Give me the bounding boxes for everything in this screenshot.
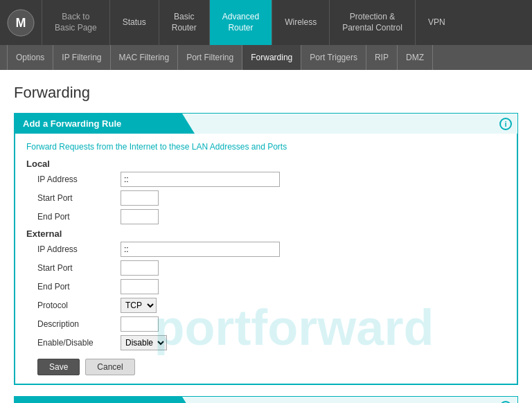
- external-ip-label: IP Address: [37, 244, 121, 254]
- local-end-port-row: End Port: [26, 209, 506, 224]
- save-button[interactable]: Save: [37, 359, 80, 375]
- add-forwarding-rule-panel: Add a Forwarding Rule i Forward Requests…: [14, 113, 518, 385]
- svg-text:M: M: [16, 16, 26, 30]
- description-row: Description: [26, 316, 506, 332]
- local-ip-row: IP Address: [26, 172, 506, 187]
- local-ip-input[interactable]: [121, 172, 280, 187]
- forwarding-rules-info-icon[interactable]: i: [499, 401, 512, 404]
- external-end-port-row: End Port: [26, 279, 506, 294]
- enable-disable-label: Enable/Disable: [37, 338, 121, 348]
- subnav-options[interactable]: Options: [7, 45, 53, 70]
- subnav-mac-filtering[interactable]: MAC Filtering: [111, 45, 179, 70]
- motorola-logo: M: [7, 9, 35, 37]
- nav-advanced-router[interactable]: Advanced Router: [209, 0, 272, 45]
- protocol-label: Protocol: [37, 301, 121, 310]
- local-start-port-input[interactable]: [121, 190, 159, 206]
- logo-area: M: [0, 0, 42, 45]
- local-section-label: Local: [26, 159, 506, 169]
- forwarding-rules-panel: Forwarding Rules Added i Clear All Forwa…: [14, 396, 518, 403]
- local-ip-label: IP Address: [37, 174, 121, 184]
- nav-vpn[interactable]: VPN: [415, 0, 458, 45]
- external-end-port-input[interactable]: [121, 279, 159, 294]
- subnav-forwarding[interactable]: Forwarding: [242, 45, 301, 70]
- form-button-row: Save Cancel: [26, 359, 506, 375]
- external-end-port-label: End Port: [37, 282, 121, 292]
- subnav-rip[interactable]: RIP: [366, 45, 398, 70]
- external-ip-input[interactable]: [121, 242, 280, 257]
- nav-basic-router[interactable]: Basic Router: [159, 0, 209, 45]
- description-input[interactable]: [121, 316, 159, 332]
- page-content: Forwarding Add a Forwarding Rule i Forwa…: [0, 70, 532, 403]
- top-navigation: M Back to Basic Page Status Basic Router…: [0, 0, 532, 45]
- nav-back-to-basic[interactable]: Back to Basic Page: [42, 0, 109, 45]
- cancel-button[interactable]: Cancel: [85, 359, 134, 375]
- external-section-label: External: [26, 229, 506, 239]
- add-rule-panel-body: Forward Requests from the Internet to th…: [15, 134, 517, 384]
- protocol-select[interactable]: TCP UDP Both: [121, 298, 157, 313]
- external-start-port-label: Start Port: [37, 263, 121, 273]
- subnav-port-triggers[interactable]: Port Triggers: [301, 45, 366, 70]
- description-label: Description: [37, 319, 121, 329]
- sub-navigation: Options IP Filtering MAC Filtering Port …: [0, 45, 532, 70]
- local-end-port-input[interactable]: [121, 209, 159, 224]
- nav-status[interactable]: Status: [109, 0, 159, 45]
- external-ip-row: IP Address: [26, 242, 506, 257]
- external-start-port-row: Start Port: [26, 260, 506, 276]
- local-start-port-row: Start Port: [26, 190, 506, 206]
- enable-disable-select[interactable]: Disable Enable: [121, 335, 167, 350]
- local-start-port-label: Start Port: [37, 193, 121, 203]
- nav-wireless[interactable]: Wireless: [272, 0, 329, 45]
- nav-protection[interactable]: Protection & Parental Control: [329, 0, 415, 45]
- local-end-port-label: End Port: [37, 212, 121, 222]
- subnav-ip-filtering[interactable]: IP Filtering: [53, 45, 110, 70]
- subnav-port-filtering[interactable]: Port Filtering: [178, 45, 242, 70]
- external-start-port-input[interactable]: [121, 260, 159, 276]
- protocol-row: Protocol TCP UDP Both: [26, 298, 506, 313]
- page-title: Forwarding: [14, 84, 518, 102]
- add-rule-panel-title: Add a Forwarding Rule: [23, 118, 121, 129]
- subnav-dmz[interactable]: DMZ: [398, 45, 433, 70]
- add-rule-info-icon[interactable]: i: [499, 118, 512, 130]
- enable-disable-row: Enable/Disable Disable Enable: [26, 335, 506, 350]
- panel-subtitle: Forward Requests from the Internet to th…: [26, 142, 506, 152]
